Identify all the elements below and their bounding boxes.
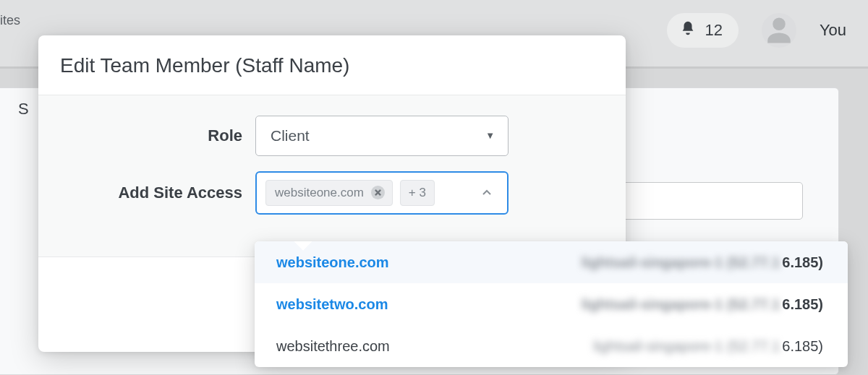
dropdown-option[interactable]: websitetwo.com lightsail-singapore-1 (52… (255, 283, 848, 325)
site-tag: websiteone.com (265, 180, 393, 206)
dropdown-option[interactable]: websiteone.com lightsail-singapore-1 (52… (255, 241, 848, 283)
modal-body: Role Client ▼ Add Site Access websiteone… (38, 95, 626, 257)
role-value: Client (271, 127, 310, 145)
site-access-multiselect[interactable]: websiteone.com + 3 (255, 171, 509, 215)
bell-icon (680, 20, 696, 40)
caret-down-icon: ▼ (485, 130, 495, 141)
modal-title: Edit Team Member (Staff Name) (38, 35, 626, 95)
appbar-nav: ites (0, 13, 20, 28)
remove-tag-button[interactable] (371, 186, 385, 199)
option-meta: lightsail-singapore-1 (52.77.1 6.185) (593, 338, 823, 355)
option-meta: lightsail-singapore-1 (52.77.1 6.185) (582, 296, 823, 313)
site-access-row: Add Site Access websiteone.com + 3 (38, 164, 626, 221)
close-icon (375, 189, 381, 196)
option-site: websitetwo.com (276, 296, 388, 313)
dropdown-toggle[interactable] (475, 187, 498, 199)
appbar-right: 12 You (667, 13, 846, 48)
option-meta: lightsail-singapore-1 (52.77.1 6.185) (582, 254, 823, 271)
site-dropdown: websiteone.com lightsail-singapore-1 (52… (255, 241, 848, 367)
nav-fragment: ites (0, 13, 20, 28)
notification-pill[interactable]: 12 (667, 13, 738, 48)
tag-label: websiteone.com (275, 186, 364, 200)
role-row: Role Client ▼ (38, 107, 626, 164)
user-label[interactable]: You (820, 21, 846, 40)
user-icon (764, 15, 794, 46)
role-label: Role (38, 126, 255, 145)
dropdown-option[interactable]: websitethree.com lightsail-singapore-1 (… (255, 325, 848, 367)
bg-fragment: S (18, 100, 29, 118)
overflow-count-tag[interactable]: + 3 (400, 180, 435, 206)
avatar[interactable] (762, 13, 796, 48)
notification-count: 12 (705, 21, 722, 40)
role-select[interactable]: Client ▼ (255, 116, 509, 156)
site-access-label: Add Site Access (38, 184, 255, 202)
option-site: websiteone.com (276, 254, 389, 271)
option-site: websitethree.com (276, 338, 390, 355)
chevron-up-icon (481, 187, 493, 199)
